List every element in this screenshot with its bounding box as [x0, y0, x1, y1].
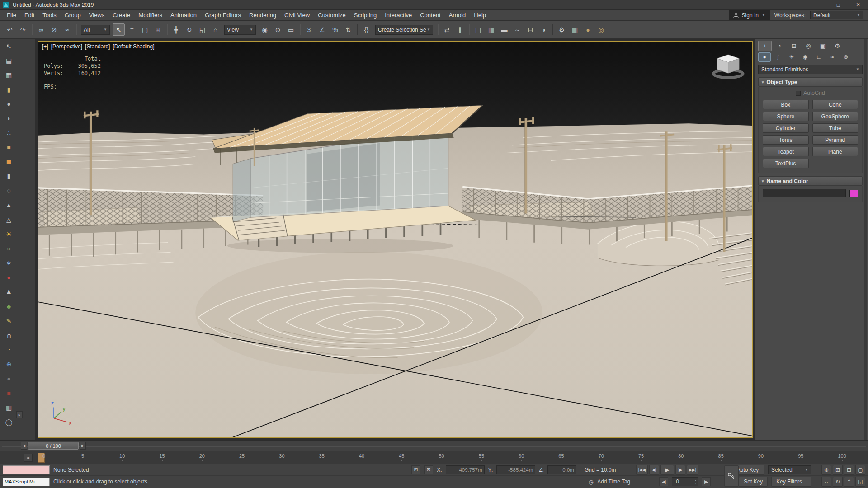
- shapes-category-icon[interactable]: ∫: [772, 52, 784, 62]
- keyboard-shortcut-override-icon[interactable]: ▭: [285, 23, 297, 36]
- circle-tool-icon[interactable]: ◯: [3, 416, 15, 427]
- shell-icon[interactable]: ◔: [3, 344, 15, 355]
- utilities-tab[interactable]: ⚙: [830, 41, 844, 51]
- menu-animation[interactable]: Animation: [166, 10, 201, 20]
- ribbon-toggle-icon[interactable]: ▬: [498, 23, 510, 36]
- next-frame-button[interactable]: |▶: [675, 465, 685, 475]
- biped-icon[interactable]: ♟: [3, 286, 15, 297]
- percent-snap-icon[interactable]: %: [329, 23, 341, 36]
- material-sample-icon[interactable]: ●: [3, 272, 15, 283]
- reference-coordinate-dropdown[interactable]: View▼: [224, 25, 256, 35]
- time-slider-track[interactable]: ◀ 0 / 100 ▶: [0, 440, 868, 451]
- object-name-input[interactable]: [763, 189, 846, 197]
- menu-modifiers[interactable]: Modifiers: [134, 10, 166, 20]
- curve-editor-icon[interactable]: ∼: [511, 23, 524, 36]
- key-filters-button[interactable]: Key Filters...: [771, 477, 811, 487]
- cylinder-primitive-icon[interactable]: ▮: [3, 84, 15, 95]
- array-grid-icon[interactable]: ▦: [3, 69, 15, 80]
- set-key-button[interactable]: Set Key: [739, 477, 768, 487]
- spinner-snap-icon[interactable]: ⇅: [342, 23, 354, 36]
- align-icon[interactable]: ∥: [454, 23, 466, 36]
- select-and-scale-icon[interactable]: ◱: [196, 23, 208, 36]
- render-iterative-icon[interactable]: ◎: [595, 23, 607, 36]
- time-slider-prev-button[interactable]: ◀: [21, 442, 27, 450]
- current-frame-field[interactable]: 0 ▴▾: [672, 477, 698, 486]
- create-tab[interactable]: +: [758, 41, 772, 51]
- globe-icon[interactable]: ⊕: [3, 358, 15, 370]
- set-keys-button[interactable]: [724, 465, 739, 487]
- hierarchy-tab[interactable]: ⊟: [787, 41, 801, 51]
- window-crossing-toggle-icon[interactable]: ⊞: [152, 23, 164, 36]
- angle-snap-icon[interactable]: ∠: [316, 23, 328, 36]
- primitive-button-teapot[interactable]: Teapot: [763, 147, 809, 156]
- object-color-swatch[interactable]: [849, 190, 858, 197]
- play-button[interactable]: ▶: [660, 465, 674, 475]
- select-and-manipulate-icon[interactable]: ⊙: [272, 23, 284, 36]
- render-production-icon[interactable]: ●: [582, 23, 594, 36]
- x-coordinate-field[interactable]: 409.757m: [446, 465, 485, 474]
- schematic-view-icon[interactable]: ⊟: [524, 23, 537, 36]
- primitive-button-plane[interactable]: Plane: [812, 147, 859, 156]
- primitive-button-tube[interactable]: Tube: [812, 123, 859, 133]
- zoom-extents-icon[interactable]: ⊡: [844, 465, 854, 475]
- time-slider-next-button[interactable]: ▶: [80, 442, 86, 450]
- display-tab[interactable]: ▣: [816, 41, 830, 51]
- track-bar[interactable]: ≈ 05101520253035404550556065707580859095…: [0, 451, 868, 464]
- primitive-button-geosphere[interactable]: GeoSphere: [812, 112, 859, 121]
- box-primitive-icon[interactable]: ■: [3, 141, 15, 153]
- systems-category-icon[interactable]: ⊛: [840, 52, 852, 62]
- undo-icon[interactable]: ↶: [4, 23, 16, 36]
- menu-create[interactable]: Create: [108, 10, 134, 20]
- select-tool-icon[interactable]: ↖: [3, 40, 15, 52]
- helpers-category-icon[interactable]: ∟: [812, 52, 825, 62]
- menu-help[interactable]: Help: [470, 10, 490, 20]
- menu-content[interactable]: Content: [416, 10, 445, 20]
- walk-through-icon[interactable]: ⇡: [844, 477, 854, 487]
- go-to-end-button[interactable]: ▶▶|: [687, 465, 698, 475]
- spinner-arrows-icon[interactable]: ▴▾: [695, 479, 696, 484]
- prism-primitive-icon[interactable]: ▲: [3, 199, 15, 211]
- maxscript-recorder-pane[interactable]: [3, 465, 50, 474]
- maximize-button[interactable]: □: [828, 0, 848, 9]
- pan-icon[interactable]: ↔: [821, 477, 831, 487]
- primitive-button-torus[interactable]: Torus: [763, 135, 809, 145]
- select-and-rotate-icon[interactable]: ↻: [183, 23, 195, 36]
- go-to-start-button[interactable]: |◀◀: [636, 465, 648, 475]
- viewport-pov-menu[interactable]: [Perspective]: [51, 43, 82, 50]
- mirror-icon[interactable]: ⇄: [441, 23, 453, 36]
- menu-interactive[interactable]: Interactive: [381, 10, 416, 20]
- perspective-viewport[interactable]: x y z [+] [Perspective] [Standard] [Defa…: [38, 41, 753, 438]
- primitive-button-textplus[interactable]: TextPlus: [763, 159, 809, 168]
- omni-light-icon[interactable]: ○: [3, 243, 15, 254]
- dark-sphere-icon[interactable]: ●: [3, 373, 15, 384]
- motion-tab[interactable]: ◎: [802, 41, 815, 51]
- next-frame-step-button[interactable]: ▶: [702, 477, 711, 486]
- object-type-rollout-header[interactable]: ▾ Object Type: [758, 77, 863, 87]
- lights-category-icon[interactable]: ☀: [785, 52, 798, 62]
- scene-explorer-icon[interactable]: ▤: [472, 23, 484, 36]
- autogrid-checkbox[interactable]: AutoGrid: [763, 90, 858, 96]
- y-coordinate-field[interactable]: -585.424m: [496, 465, 535, 474]
- menu-scripting[interactable]: Scripting: [350, 10, 381, 20]
- bind-to-space-warp-icon[interactable]: ≈: [61, 23, 73, 36]
- cameras-category-icon[interactable]: ◉: [799, 52, 811, 62]
- clipboard-icon[interactable]: ▥: [3, 402, 15, 413]
- name-color-rollout-header[interactable]: ▾ Name and Color: [758, 176, 863, 186]
- render-setup-icon[interactable]: ⚙: [556, 23, 568, 36]
- viewport-standard-menu[interactable]: [Standard]: [85, 43, 110, 50]
- snowflake-icon[interactable]: ∗: [3, 257, 15, 268]
- sphere-primitive-icon[interactable]: ●: [3, 98, 15, 109]
- rectangular-selection-region-icon[interactable]: ▢: [139, 23, 151, 36]
- material-editor-icon[interactable]: ◑: [538, 23, 550, 36]
- red-cube-icon[interactable]: ■: [3, 387, 15, 399]
- primitive-button-sphere[interactable]: Sphere: [763, 112, 809, 121]
- sign-in-button[interactable]: Sign In ▼: [729, 10, 770, 20]
- menu-civil-view[interactable]: Civil View: [280, 10, 314, 20]
- select-and-link-icon[interactable]: ∞: [35, 23, 47, 36]
- select-by-name-icon[interactable]: ≡: [126, 23, 138, 36]
- menu-file[interactable]: File: [3, 10, 20, 20]
- cube-primitive-icon[interactable]: ◼: [3, 156, 15, 167]
- document-icon[interactable]: ▤: [3, 55, 15, 66]
- viewport-general-menu[interactable]: [+]: [42, 43, 48, 50]
- pyramid-primitive-icon[interactable]: △: [3, 214, 15, 225]
